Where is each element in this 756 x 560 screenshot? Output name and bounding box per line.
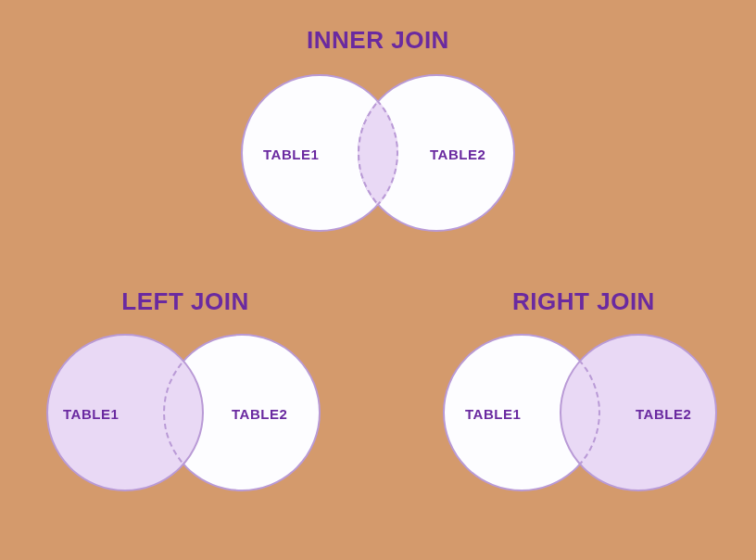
left-left-label: TABLE1 (63, 406, 119, 422)
right-left-label: TABLE1 (465, 406, 521, 422)
right-right-label: TABLE2 (636, 406, 691, 422)
inner-join-title: INNER JOIN (239, 26, 517, 55)
left-join-title: LEFT JOIN (46, 287, 324, 316)
inner-join-venn: TABLE1 TABLE2 (241, 74, 515, 232)
right-join-venn: TABLE1 TABLE2 (443, 334, 717, 491)
left-right-label: TABLE2 (232, 406, 287, 422)
inner-right-label: TABLE2 (430, 146, 485, 162)
right-join-title: RIGHT JOIN (445, 287, 723, 316)
left-join-venn: TABLE1 TABLE2 (46, 334, 321, 491)
inner-left-label: TABLE1 (263, 146, 319, 162)
